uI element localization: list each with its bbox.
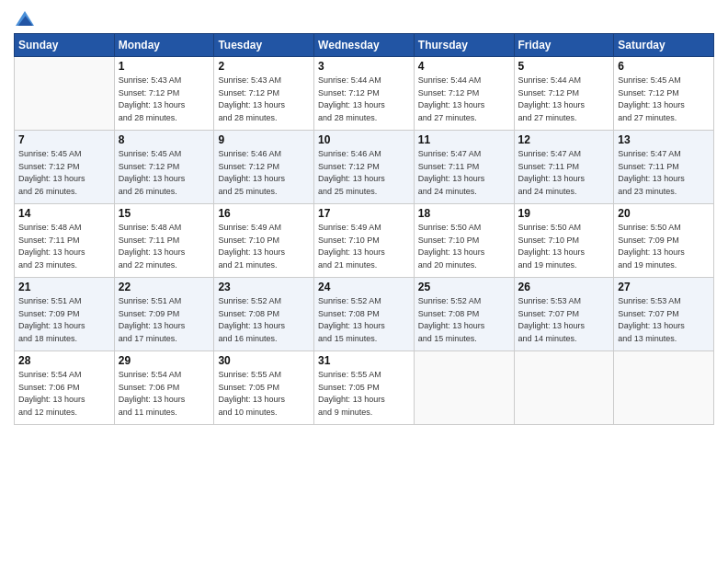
calendar-cell: 24Sunrise: 5:52 AMSunset: 7:08 PMDayligh…	[314, 278, 415, 351]
header	[14, 9, 714, 28]
day-info: Sunrise: 5:55 AMSunset: 7:05 PMDaylight:…	[318, 369, 410, 419]
calendar-cell	[414, 351, 514, 425]
day-info: Sunrise: 5:55 AMSunset: 7:05 PMDaylight:…	[218, 369, 310, 419]
day-number: 8	[119, 133, 210, 146]
calendar-cell: 21Sunrise: 5:51 AMSunset: 7:09 PMDayligh…	[15, 278, 115, 351]
day-number: 13	[618, 133, 710, 146]
day-number: 22	[119, 281, 210, 293]
weekday-header-monday: Monday	[114, 34, 214, 57]
weekday-header-friday: Friday	[514, 34, 614, 57]
day-number: 5	[518, 60, 610, 73]
calendar-cell: 4Sunrise: 5:44 AMSunset: 7:12 PMDaylight…	[414, 57, 514, 131]
calendar-cell: 25Sunrise: 5:52 AMSunset: 7:08 PMDayligh…	[414, 278, 514, 351]
calendar-cell: 6Sunrise: 5:45 AMSunset: 7:12 PMDaylight…	[614, 57, 714, 131]
week-row-3: 14Sunrise: 5:48 AMSunset: 7:11 PMDayligh…	[15, 204, 714, 278]
calendar-cell: 16Sunrise: 5:49 AMSunset: 7:10 PMDayligh…	[214, 204, 314, 278]
calendar-cell: 26Sunrise: 5:53 AMSunset: 7:07 PMDayligh…	[514, 278, 614, 351]
logo-icon	[16, 9, 34, 28]
calendar: SundayMondayTuesdayWednesdayThursdayFrid…	[14, 33, 714, 425]
day-info: Sunrise: 5:49 AMSunset: 7:10 PMDaylight:…	[318, 222, 410, 271]
week-row-5: 28Sunrise: 5:54 AMSunset: 7:06 PMDayligh…	[15, 351, 714, 425]
day-number: 16	[218, 207, 310, 220]
calendar-cell: 5Sunrise: 5:44 AMSunset: 7:12 PMDaylight…	[514, 57, 614, 131]
calendar-cell: 15Sunrise: 5:48 AMSunset: 7:11 PMDayligh…	[114, 204, 214, 278]
day-info: Sunrise: 5:51 AMSunset: 7:09 PMDaylight:…	[119, 295, 210, 345]
page: SundayMondayTuesdayWednesdayThursdayFrid…	[0, 0, 728, 563]
day-number: 11	[418, 133, 510, 146]
weekday-header-sunday: Sunday	[15, 34, 115, 57]
day-number: 17	[318, 207, 410, 220]
day-number: 6	[618, 60, 710, 73]
day-info: Sunrise: 5:53 AMSunset: 7:07 PMDaylight:…	[618, 295, 710, 345]
calendar-cell: 30Sunrise: 5:55 AMSunset: 7:05 PMDayligh…	[214, 351, 314, 425]
day-number: 28	[18, 354, 110, 367]
day-info: Sunrise: 5:53 AMSunset: 7:07 PMDaylight:…	[518, 295, 610, 345]
day-number: 29	[119, 354, 210, 367]
day-info: Sunrise: 5:51 AMSunset: 7:09 PMDaylight:…	[18, 295, 110, 345]
calendar-cell: 14Sunrise: 5:48 AMSunset: 7:11 PMDayligh…	[15, 204, 115, 278]
calendar-cell: 11Sunrise: 5:47 AMSunset: 7:11 PMDayligh…	[414, 131, 514, 204]
calendar-cell	[15, 57, 115, 131]
day-info: Sunrise: 5:44 AMSunset: 7:12 PMDaylight:…	[318, 75, 410, 124]
calendar-cell: 22Sunrise: 5:51 AMSunset: 7:09 PMDayligh…	[114, 278, 214, 351]
day-number: 12	[518, 133, 610, 146]
day-number: 31	[318, 354, 410, 367]
calendar-cell: 18Sunrise: 5:50 AMSunset: 7:10 PMDayligh…	[414, 204, 514, 278]
day-info: Sunrise: 5:54 AMSunset: 7:06 PMDaylight:…	[18, 369, 110, 419]
calendar-cell: 29Sunrise: 5:54 AMSunset: 7:06 PMDayligh…	[114, 351, 214, 425]
day-info: Sunrise: 5:45 AMSunset: 7:12 PMDaylight:…	[119, 148, 210, 198]
logo	[14, 9, 34, 28]
day-info: Sunrise: 5:45 AMSunset: 7:12 PMDaylight:…	[18, 148, 110, 198]
week-row-2: 7Sunrise: 5:45 AMSunset: 7:12 PMDaylight…	[15, 131, 714, 204]
day-number: 21	[18, 281, 110, 293]
day-info: Sunrise: 5:47 AMSunset: 7:11 PMDaylight:…	[618, 148, 710, 198]
week-row-1: 1Sunrise: 5:43 AMSunset: 7:12 PMDaylight…	[15, 57, 714, 131]
calendar-cell: 8Sunrise: 5:45 AMSunset: 7:12 PMDaylight…	[114, 131, 214, 204]
day-info: Sunrise: 5:43 AMSunset: 7:12 PMDaylight:…	[218, 75, 310, 124]
calendar-cell: 27Sunrise: 5:53 AMSunset: 7:07 PMDayligh…	[614, 278, 714, 351]
day-info: Sunrise: 5:44 AMSunset: 7:12 PMDaylight:…	[418, 75, 510, 124]
day-number: 10	[318, 133, 410, 146]
day-number: 3	[318, 60, 410, 73]
day-info: Sunrise: 5:54 AMSunset: 7:06 PMDaylight:…	[119, 369, 210, 419]
day-number: 9	[218, 133, 310, 146]
day-number: 15	[119, 207, 210, 220]
day-number: 14	[18, 207, 110, 220]
calendar-body: 1Sunrise: 5:43 AMSunset: 7:12 PMDaylight…	[15, 57, 714, 425]
calendar-cell: 31Sunrise: 5:55 AMSunset: 7:05 PMDayligh…	[314, 351, 415, 425]
day-number: 2	[218, 60, 310, 73]
calendar-cell: 2Sunrise: 5:43 AMSunset: 7:12 PMDaylight…	[214, 57, 314, 131]
calendar-cell: 28Sunrise: 5:54 AMSunset: 7:06 PMDayligh…	[15, 351, 115, 425]
day-number: 1	[119, 60, 210, 73]
calendar-cell	[614, 351, 714, 425]
weekday-header-saturday: Saturday	[614, 34, 714, 57]
day-number: 7	[18, 133, 110, 146]
day-number: 23	[218, 281, 310, 293]
day-info: Sunrise: 5:50 AMSunset: 7:09 PMDaylight:…	[618, 222, 710, 271]
weekday-header-tuesday: Tuesday	[214, 34, 314, 57]
calendar-cell	[514, 351, 614, 425]
day-info: Sunrise: 5:45 AMSunset: 7:12 PMDaylight:…	[618, 75, 710, 124]
day-info: Sunrise: 5:52 AMSunset: 7:08 PMDaylight:…	[318, 295, 410, 345]
day-number: 20	[618, 207, 710, 220]
week-row-4: 21Sunrise: 5:51 AMSunset: 7:09 PMDayligh…	[15, 278, 714, 351]
day-info: Sunrise: 5:47 AMSunset: 7:11 PMDaylight:…	[518, 148, 610, 198]
day-number: 25	[418, 281, 510, 293]
calendar-cell: 9Sunrise: 5:46 AMSunset: 7:12 PMDaylight…	[214, 131, 314, 204]
calendar-cell: 10Sunrise: 5:46 AMSunset: 7:12 PMDayligh…	[314, 131, 415, 204]
day-number: 27	[618, 281, 710, 293]
calendar-cell: 13Sunrise: 5:47 AMSunset: 7:11 PMDayligh…	[614, 131, 714, 204]
day-number: 24	[318, 281, 410, 293]
day-info: Sunrise: 5:46 AMSunset: 7:12 PMDaylight:…	[318, 148, 410, 198]
calendar-cell: 19Sunrise: 5:50 AMSunset: 7:10 PMDayligh…	[514, 204, 614, 278]
calendar-cell: 3Sunrise: 5:44 AMSunset: 7:12 PMDaylight…	[314, 57, 415, 131]
day-info: Sunrise: 5:48 AMSunset: 7:11 PMDaylight:…	[119, 222, 210, 271]
calendar-cell: 7Sunrise: 5:45 AMSunset: 7:12 PMDaylight…	[15, 131, 115, 204]
calendar-header: SundayMondayTuesdayWednesdayThursdayFrid…	[15, 34, 714, 57]
weekday-row: SundayMondayTuesdayWednesdayThursdayFrid…	[15, 34, 714, 57]
weekday-header-wednesday: Wednesday	[314, 34, 415, 57]
day-info: Sunrise: 5:52 AMSunset: 7:08 PMDaylight:…	[218, 295, 310, 345]
calendar-cell: 1Sunrise: 5:43 AMSunset: 7:12 PMDaylight…	[114, 57, 214, 131]
day-info: Sunrise: 5:52 AMSunset: 7:08 PMDaylight:…	[418, 295, 510, 345]
day-number: 18	[418, 207, 510, 220]
